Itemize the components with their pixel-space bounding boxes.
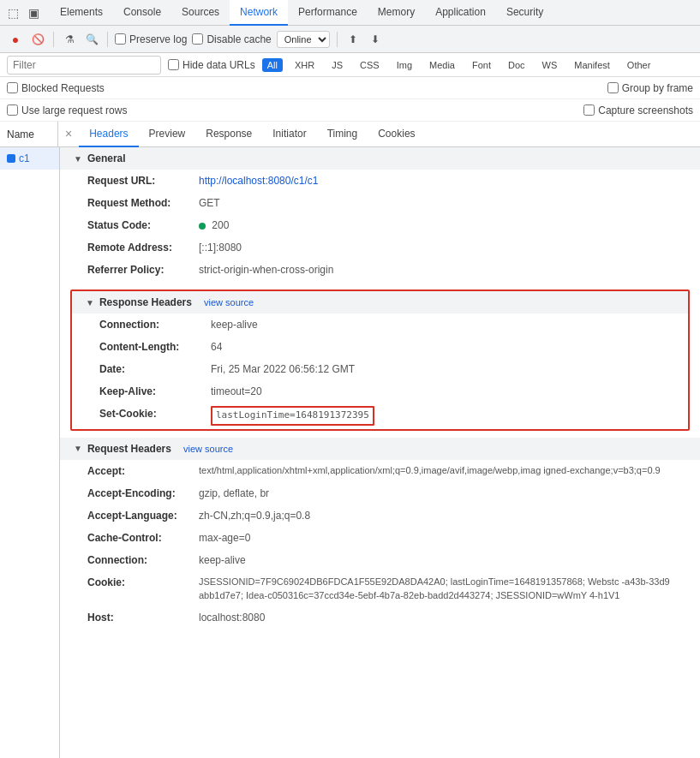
general-toggle[interactable]: ▼: [74, 154, 82, 164]
response-headers-toggle[interactable]: ▼: [86, 298, 94, 307]
tab-application[interactable]: Application: [425, 0, 496, 26]
resp-date-val: Fri, 25 Mar 2022 06:56:12 GMT: [211, 361, 355, 377]
filter-type-doc[interactable]: Doc: [503, 58, 530, 72]
hide-data-urls-checkbox[interactable]: [168, 59, 179, 70]
filter-type-img[interactable]: Img: [392, 58, 417, 72]
filter-type-manifest[interactable]: Manifest: [569, 58, 615, 72]
tab-console[interactable]: Console: [113, 0, 171, 26]
search-button[interactable]: 🔍: [83, 31, 100, 48]
resp-content-length-key: Content-Length:: [99, 339, 211, 355]
disable-cache-checkbox[interactable]: [192, 33, 203, 45]
resp-set-cookie-val: lastLoginTime=1648191372395: [211, 406, 374, 426]
filter-type-ws[interactable]: WS: [537, 58, 563, 72]
req-accept-language-row: Accept-Language: zh-CN,zh;q=0.9,ja;q=0.8: [60, 504, 700, 527]
request-method-val: GET: [199, 195, 220, 211]
upload-button[interactable]: ⬆: [344, 31, 362, 48]
tab-network[interactable]: Network: [230, 0, 288, 26]
request-url-key: Request URL:: [87, 173, 199, 188]
req-accept-val: text/html,application/xhtml+xml,applicat…: [199, 463, 661, 478]
filter-type-js[interactable]: JS: [326, 58, 348, 72]
inspect-icon[interactable]: ⬚: [3, 3, 22, 22]
resp-set-cookie-row: Set-Cookie: lastLoginTime=1648191372395: [72, 403, 688, 429]
capture-screenshots-label[interactable]: Capture screenshots: [583, 104, 693, 116]
response-headers-view-source[interactable]: view source: [204, 297, 254, 307]
general-title: General: [87, 152, 126, 164]
detail-panel[interactable]: ▼ General Request URL: http://localhost:…: [60, 147, 700, 758]
filter-type-font[interactable]: Font: [467, 58, 496, 72]
resp-content-length-row: Content-Length: 64: [72, 336, 688, 358]
tab-performance[interactable]: Performance: [288, 0, 368, 26]
general-section-header: ▼ General: [60, 147, 700, 170]
filter-type-media[interactable]: Media: [424, 58, 460, 72]
hide-data-urls-label[interactable]: Hide data URLs: [168, 59, 255, 71]
tab-initiator[interactable]: Initiator: [262, 122, 316, 147]
remote-address-val: [::1]:8080: [199, 240, 242, 255]
capture-screenshots-checkbox[interactable]: [583, 104, 595, 116]
group-by-frame-checkbox[interactable]: [607, 82, 619, 93]
status-code-row: Status Code: 200: [60, 214, 700, 236]
request-tabs-bar: Name × Headers Preview Response Initiato…: [0, 122, 700, 147]
devtools-icons: ⬚ ▣: [3, 3, 43, 22]
filter-type-xhr[interactable]: XHR: [290, 58, 320, 72]
resp-keep-alive-row: Keep-Alive: timeout=20: [72, 380, 688, 403]
req-cache-control-key: Cache-Control:: [87, 530, 199, 546]
tab-memory[interactable]: Memory: [368, 0, 425, 26]
preserve-log-checkbox[interactable]: [115, 33, 126, 45]
req-tab-close-area: ×: [58, 122, 79, 147]
throttle-select[interactable]: Online: [277, 31, 330, 48]
response-headers-title: Response Headers: [99, 296, 192, 308]
blocked-requests-label[interactable]: Blocked Requests: [7, 82, 105, 94]
options-bar-1: Blocked Requests Group by frame: [0, 77, 700, 99]
tab-preview[interactable]: Preview: [139, 122, 196, 147]
disable-cache-label[interactable]: Disable cache: [192, 33, 271, 45]
resp-set-cookie-key: Set-Cookie:: [99, 406, 211, 421]
preserve-log-label[interactable]: Preserve log: [115, 33, 187, 45]
filter-type-css[interactable]: CSS: [355, 58, 385, 72]
divider-3: [337, 32, 338, 47]
download-button[interactable]: ⬇: [367, 31, 384, 48]
resp-date-row: Date: Fri, 25 Mar 2022 06:56:12 GMT: [72, 358, 688, 380]
request-headers-view-source[interactable]: view source: [183, 444, 233, 454]
close-tab-icon[interactable]: ×: [65, 127, 72, 140]
tab-sources[interactable]: Sources: [171, 0, 230, 26]
large-rows-checkbox[interactable]: [7, 104, 18, 116]
req-cookie-key: Cookie:: [87, 575, 199, 590]
req-accept-key: Accept:: [87, 463, 199, 479]
req-host-row: Host: localhost:8080: [60, 606, 700, 629]
status-code-val: 200: [199, 218, 229, 233]
blocked-requests-checkbox[interactable]: [7, 82, 18, 93]
req-host-key: Host:: [87, 610, 199, 625]
record-button[interactable]: ●: [7, 31, 24, 48]
req-accept-row: Accept: text/html,application/xhtml+xml,…: [60, 460, 700, 482]
remote-address-row: Remote Address: [::1]:8080: [60, 236, 700, 259]
divider-1: [53, 32, 54, 47]
referrer-policy-key: Referrer Policy:: [87, 262, 199, 278]
resp-connection-key: Connection:: [99, 317, 211, 332]
filter-type-all[interactable]: All: [262, 58, 283, 72]
req-host-val: localhost:8080: [199, 610, 265, 625]
tab-headers[interactable]: Headers: [79, 122, 138, 147]
filter-input[interactable]: [7, 56, 161, 75]
tab-cookies[interactable]: Cookies: [368, 122, 425, 147]
filter-icon-button[interactable]: ⚗: [61, 31, 78, 48]
resp-date-key: Date:: [99, 361, 211, 377]
options-right-2: Capture screenshots: [583, 104, 693, 116]
request-method-row: Request Method: GET: [60, 192, 700, 214]
resp-keep-alive-key: Keep-Alive:: [99, 384, 211, 399]
clear-button[interactable]: 🚫: [29, 31, 46, 48]
tab-timing[interactable]: Timing: [317, 122, 368, 147]
group-by-frame-label[interactable]: Group by frame: [607, 82, 693, 94]
request-headers-toggle[interactable]: ▼: [74, 444, 82, 453]
large-rows-label[interactable]: Use large request rows: [7, 104, 127, 116]
request-item-c1[interactable]: c1: [0, 147, 59, 170]
tab-elements[interactable]: Elements: [50, 0, 113, 26]
response-headers-section-header: ▼ Response Headers view source: [72, 291, 688, 313]
request-url-row: Request URL: http://localhost:8080/c1/c1: [60, 170, 700, 192]
req-accept-encoding-key: Accept-Encoding:: [87, 486, 199, 501]
req-accept-encoding-row: Accept-Encoding: gzip, deflate, br: [60, 482, 700, 504]
filter-type-other[interactable]: Other: [622, 58, 656, 72]
device-icon[interactable]: ▣: [24, 3, 43, 22]
tab-security[interactable]: Security: [496, 0, 553, 26]
tab-response[interactable]: Response: [195, 122, 262, 147]
req-cache-control-row: Cache-Control: max-age=0: [60, 527, 700, 549]
